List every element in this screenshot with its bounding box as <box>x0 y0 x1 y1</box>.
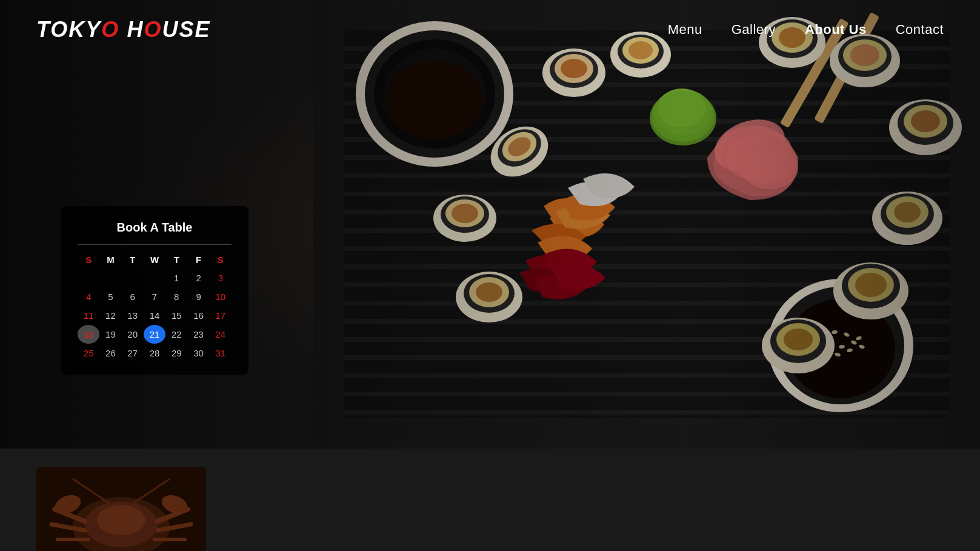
calendar-day-25[interactable]: 25 <box>78 344 99 362</box>
calendar-week-5: 25 26 27 28 29 30 31 <box>78 344 232 362</box>
calendar-day-empty <box>144 269 165 287</box>
nav-item-gallery[interactable]: Gallery <box>732 22 776 38</box>
calendar-day-12[interactable]: 12 <box>99 306 121 325</box>
calendar-title: Book A Table <box>78 221 232 235</box>
nav-item-menu[interactable]: Menu <box>668 22 702 38</box>
calendar-table: S M T W T F S 1 2 3 <box>78 251 232 362</box>
bottom-section <box>0 449 980 551</box>
calendar-day-7[interactable]: 7 <box>144 287 165 306</box>
calendar-day-empty <box>122 269 144 287</box>
calendar-header-row: S M T W T F S <box>78 251 232 269</box>
calendar-day-31[interactable]: 31 <box>210 344 232 362</box>
calendar-day-21-selected[interactable]: 21 <box>144 325 165 344</box>
svg-point-109 <box>97 505 145 535</box>
calendar-day-19[interactable]: 19 <box>99 325 121 344</box>
day-header-wed: W <box>144 251 165 269</box>
calendar-day-8[interactable]: 8 <box>165 287 187 306</box>
day-header-thu: T <box>165 251 187 269</box>
calendar-day-2[interactable]: 2 <box>187 269 209 287</box>
calendar-day-9[interactable]: 9 <box>187 287 209 306</box>
calendar-day-empty <box>99 269 121 287</box>
calendar-day-20[interactable]: 20 <box>122 325 144 344</box>
calendar-day-empty <box>78 269 99 287</box>
nav-link-menu[interactable]: Menu <box>668 22 702 37</box>
bottom-thumbnail[interactable] <box>36 467 206 551</box>
day-header-sun: S <box>78 251 99 269</box>
nav-link-gallery[interactable]: Gallery <box>732 22 776 37</box>
navbar: TOKYO HOUSE Menu Gallery About Us Contac… <box>0 0 980 59</box>
day-header-tue: T <box>122 251 144 269</box>
calendar-day-24[interactable]: 24 <box>210 325 232 344</box>
nav-links: Menu Gallery About Us Contact <box>668 22 944 38</box>
calendar-day-5[interactable]: 5 <box>99 287 121 306</box>
calendar-week-2: 4 5 6 7 8 9 10 <box>78 287 232 306</box>
calendar-day-23[interactable]: 23 <box>187 325 209 344</box>
calendar-day-18-today[interactable]: 18 <box>78 325 99 344</box>
hero-section: TOKYO HOUSE Menu Gallery About Us Contac… <box>0 0 980 449</box>
logo-text: TOKYO HOUSE <box>36 17 210 42</box>
day-header-mon: M <box>99 251 121 269</box>
calendar-day-29[interactable]: 29 <box>165 344 187 362</box>
calendar-day-6[interactable]: 6 <box>122 287 144 306</box>
thumbnail-image <box>36 467 206 551</box>
calendar-day-17[interactable]: 17 <box>210 306 232 325</box>
calendar-week-1: 1 2 3 <box>78 269 232 287</box>
calendar-day-16[interactable]: 16 <box>187 306 209 325</box>
calendar-day-13[interactable]: 13 <box>122 306 144 325</box>
calendar-week-3: 11 12 13 14 15 16 17 <box>78 306 232 325</box>
calendar-day-28[interactable]: 28 <box>144 344 165 362</box>
calendar-day-30[interactable]: 30 <box>187 344 209 362</box>
calendar-widget: Book A Table S M T W T F S <box>61 206 248 375</box>
nav-link-about[interactable]: About Us <box>805 22 867 37</box>
calendar-week-4: 18 19 20 21 22 23 24 <box>78 325 232 344</box>
nav-link-contact[interactable]: Contact <box>896 22 944 37</box>
logo[interactable]: TOKYO HOUSE <box>36 17 210 42</box>
calendar-day-1[interactable]: 1 <box>165 269 187 287</box>
calendar-day-26[interactable]: 26 <box>99 344 121 362</box>
day-header-sat: S <box>210 251 232 269</box>
calendar-divider <box>78 244 232 245</box>
nav-item-contact[interactable]: Contact <box>896 22 944 38</box>
day-header-fri: F <box>187 251 209 269</box>
calendar-day-10[interactable]: 10 <box>210 287 232 306</box>
nav-item-about[interactable]: About Us <box>805 22 867 38</box>
calendar-day-22[interactable]: 22 <box>165 325 187 344</box>
calendar-day-27[interactable]: 27 <box>122 344 144 362</box>
calendar-day-15[interactable]: 15 <box>165 306 187 325</box>
calendar-day-14[interactable]: 14 <box>144 306 165 325</box>
calendar-day-11[interactable]: 11 <box>78 306 99 325</box>
calendar-day-3[interactable]: 3 <box>210 269 232 287</box>
calendar-day-4[interactable]: 4 <box>78 287 99 306</box>
calendar-body: 1 2 3 4 5 6 7 8 9 10 11 12 <box>78 269 232 362</box>
